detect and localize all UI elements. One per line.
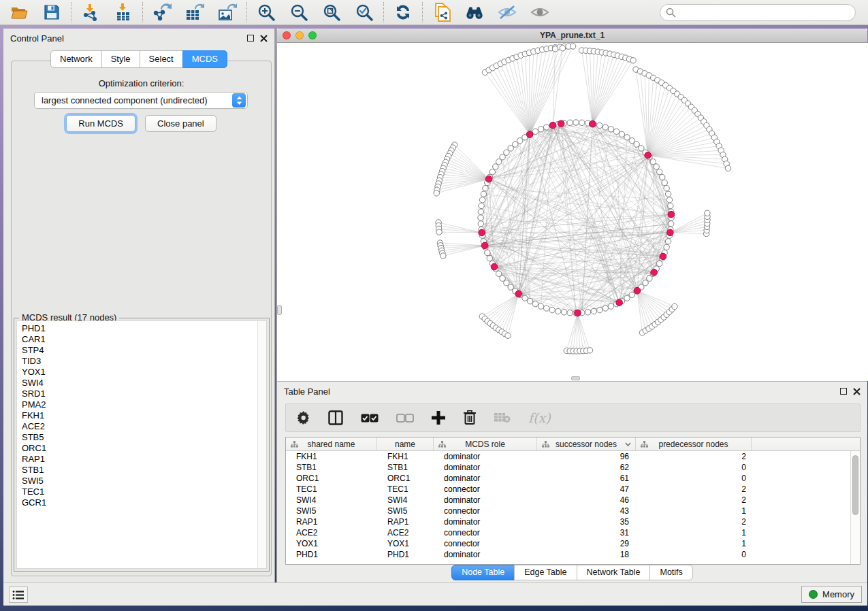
close-panel-icon[interactable] (853, 388, 861, 395)
column-header-predecessor-nodes[interactable]: predecessor nodes (636, 437, 752, 451)
mcds-result-item[interactable]: GCR1 (22, 497, 266, 508)
tab-network[interactable]: Network (50, 50, 102, 68)
mcds-result-item[interactable]: CAR1 (22, 334, 266, 345)
table-cell: FKH1 (377, 451, 434, 462)
add-column-icon[interactable] (432, 409, 445, 427)
tab-select[interactable]: Select (140, 50, 183, 68)
mcds-result-item[interactable]: TEC1 (22, 486, 266, 497)
mcds-result-item[interactable]: PHD1 (22, 323, 266, 334)
mcds-result-item[interactable]: RAP1 (22, 454, 266, 465)
mcds-result-item[interactable]: ORC1 (22, 443, 266, 454)
close-panel-button[interactable]: Close panel (145, 115, 216, 132)
network-scroll-handle[interactable] (277, 305, 282, 315)
mcds-result-item[interactable]: YOX1 (22, 367, 266, 378)
tab-style[interactable]: Style (101, 50, 140, 68)
table-row[interactable]: STB1STB1dominator620 (286, 462, 850, 473)
mcds-result-item[interactable]: STB5 (22, 432, 266, 443)
table-cell: ACE2 (377, 527, 434, 538)
export-table-icon[interactable] (185, 3, 204, 22)
zoom-out-icon[interactable] (289, 3, 308, 22)
close-panel-icon[interactable] (260, 35, 268, 42)
show-all-icon[interactable] (530, 3, 549, 22)
table-cell: 0 (636, 462, 752, 473)
float-panel-icon[interactable] (247, 35, 254, 42)
function-builder-icon[interactable]: f(x) (528, 410, 551, 425)
tab-edge-table[interactable]: Edge Table (514, 565, 577, 580)
network-graph[interactable] (277, 43, 868, 381)
table-cell: 43 (537, 506, 636, 516)
mcds-list-scrollbar[interactable] (257, 321, 266, 568)
cytopanel-menu-button[interactable] (9, 587, 28, 603)
table-cell: 2 (636, 495, 752, 506)
list-icon (12, 590, 25, 600)
column-header-shared-name[interactable]: shared name (286, 437, 377, 451)
search-input[interactable] (660, 4, 856, 21)
toolbar-search (660, 4, 856, 21)
show-columns-icon[interactable] (328, 409, 343, 427)
share-document-icon[interactable] (432, 3, 451, 22)
import-network-icon[interactable] (81, 3, 100, 22)
run-mcds-button[interactable]: Run MCDS (66, 115, 135, 132)
deselect-all-icon[interactable] (396, 409, 414, 427)
float-panel-icon[interactable] (840, 388, 847, 395)
tab-node-table[interactable]: Node Table (451, 565, 515, 580)
table-row[interactable]: FKH1FKH1dominator962 (286, 451, 850, 462)
column-header-MCDS-role[interactable]: MCDS role (434, 437, 537, 451)
scrollbar-thumb[interactable] (852, 455, 858, 515)
criterion-select[interactable]: largest connected component (undirected) (34, 92, 248, 109)
table-cell: 1 (636, 506, 752, 516)
table-row[interactable]: ACE2ACE2connector311 (286, 527, 850, 538)
table-row[interactable]: RAP1RAP1dominator352 (286, 516, 850, 527)
memory-button[interactable]: Memory (801, 586, 862, 603)
table-cell: connector (434, 484, 537, 495)
mcds-result-item[interactable]: STP4 (22, 345, 266, 356)
table-row[interactable]: ORC1ORC1dominator610 (286, 473, 850, 484)
save-icon[interactable] (42, 3, 61, 22)
refresh-icon[interactable] (393, 3, 413, 22)
table-cell: TEC1 (286, 484, 377, 495)
delete-table-icon[interactable] (494, 409, 511, 427)
table-row[interactable]: TEC1TEC1connector472 (286, 484, 850, 495)
mcds-result-list[interactable]: PHD1CAR1STP4TID3YOX1SWI4SRD1PMA2FKH1ACE2… (16, 320, 267, 569)
mcds-result-item[interactable]: FKH1 (22, 410, 266, 421)
table-cell: FKH1 (286, 451, 377, 462)
select-all-icon[interactable] (361, 409, 379, 427)
tab-network-table[interactable]: Network Table (577, 565, 651, 580)
delete-column-icon[interactable] (463, 409, 477, 427)
table-row[interactable]: YOX1YOX1connector291 (286, 538, 850, 549)
split-pane-handle[interactable] (571, 376, 580, 380)
mcds-result-item[interactable]: TID3 (22, 356, 266, 367)
column-header-name[interactable]: name (377, 437, 434, 451)
table-vertical-scrollbar[interactable] (850, 451, 860, 564)
memory-button-label: Memory (822, 589, 854, 599)
import-table-icon[interactable] (114, 3, 133, 22)
table-cell: 1 (636, 538, 752, 549)
table-cell: 47 (537, 484, 636, 495)
mcds-result-item[interactable]: PMA2 (22, 399, 266, 410)
table-row[interactable]: PHD1PHD1dominator180 (286, 549, 850, 560)
search-icon (666, 7, 676, 20)
table-row[interactable]: SWI4SWI4dominator462 (286, 495, 850, 506)
network-canvas[interactable] (277, 43, 868, 381)
tab-mcds[interactable]: MCDS (182, 50, 227, 68)
first-neighbors-icon[interactable] (465, 3, 484, 22)
table-settings-icon[interactable] (297, 409, 310, 427)
mcds-result-item[interactable]: STB1 (22, 465, 266, 476)
mcds-result-item[interactable]: SWI5 (22, 476, 266, 486)
zoom-in-icon[interactable] (257, 3, 276, 22)
mcds-result-item[interactable]: ACE2 (22, 421, 266, 432)
mcds-result-item[interactable]: SWI4 (22, 378, 266, 389)
tab-motifs[interactable]: Motifs (649, 565, 692, 580)
table-row[interactable]: SWI5SWI5connector431 (286, 506, 850, 516)
zoom-selected-icon[interactable] (355, 3, 374, 22)
export-network-icon[interactable] (152, 3, 172, 22)
zoom-fit-icon[interactable] (322, 3, 341, 22)
column-header-successor-nodes[interactable]: successor nodes (537, 437, 636, 451)
mcds-result-group: MCDS result (17 nodes) PHD1CAR1STP4TID3Y… (14, 318, 270, 572)
mcds-result-item[interactable]: SRD1 (22, 389, 266, 399)
open-file-icon[interactable] (10, 3, 29, 22)
export-image-icon[interactable] (218, 3, 237, 22)
column-header-filler (752, 437, 860, 451)
network-window-titlebar[interactable]: YPA_prune.txt_1 (277, 29, 867, 43)
hide-selected-icon[interactable] (498, 3, 517, 22)
